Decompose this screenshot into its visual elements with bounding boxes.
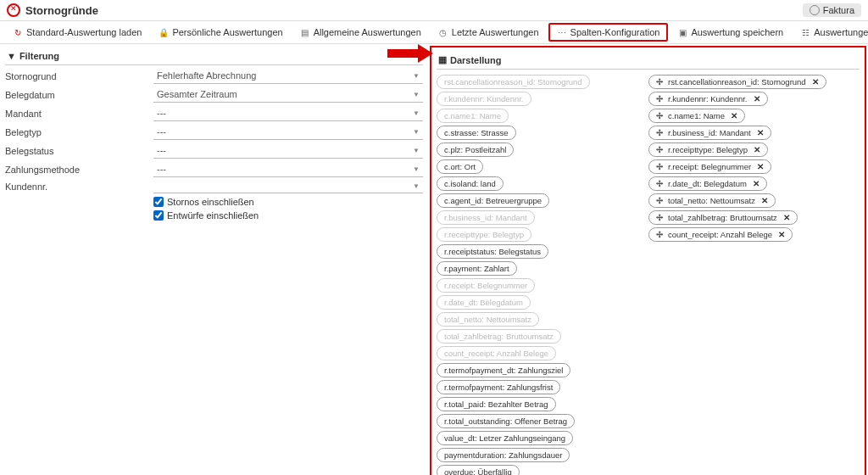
toolbar-icon: ▤ xyxy=(300,27,310,37)
available-chip: r.business_id: Mandant xyxy=(437,210,535,225)
toolbar-allgemeine-auswertungen[interactable]: ▤Allgemeine Auswertungen xyxy=(292,23,429,42)
filter-select-belegstatus[interactable]: ---▼ xyxy=(153,142,423,159)
filter-select-zahlungsmethode[interactable]: ---▼ xyxy=(153,161,423,177)
display-panel: ▦ Darstellung rst.cancellationreason_id:… xyxy=(430,46,866,475)
available-chip: r.receipt: Belegnummer xyxy=(437,278,535,293)
filter-label: Belegstatus xyxy=(5,146,153,156)
toolbar-icon: ☷ xyxy=(800,27,810,37)
selected-chip[interactable]: ✢total_netto: Nettoumsatz✕ xyxy=(648,193,776,208)
available-chip[interactable]: r.payment: Zahlart xyxy=(437,261,517,276)
available-columns: rst.cancellationreason_id: Stornogrundr.… xyxy=(437,75,623,475)
module-badge[interactable]: Faktura xyxy=(803,3,861,17)
filter-row-belegdatum: BelegdatumGesamter Zeitraum▼ xyxy=(5,87,423,103)
filter-title: ▼ Filterung xyxy=(5,48,423,65)
available-chip: r.receipttype: Belegtyp xyxy=(437,227,531,242)
drag-handle-icon[interactable]: ✢ xyxy=(656,213,663,222)
display-title: ▦ Darstellung xyxy=(437,51,860,70)
remove-icon[interactable]: ✕ xyxy=(757,128,764,137)
chevron-down-icon: ▼ xyxy=(413,91,420,98)
checkbox-input[interactable] xyxy=(153,197,164,207)
toolbar-spalten-konfiguration[interactable]: ⋯Spalten-Konfiguration xyxy=(548,23,669,42)
available-chip[interactable]: overdue: Überfällig xyxy=(437,465,520,475)
chevron-down-icon: ▼ xyxy=(413,128,420,136)
available-chip[interactable]: r.total_outstanding: Offener Betrag xyxy=(437,414,575,428)
remove-icon[interactable]: ✕ xyxy=(761,196,768,205)
filter-select-belegtyp[interactable]: ---▼ xyxy=(153,124,423,140)
filter-row-stornogrund: StornogrundFehlerhafte Abrechnung▼ xyxy=(5,68,423,84)
drag-handle-icon[interactable]: ✢ xyxy=(656,145,663,154)
remove-icon[interactable]: ✕ xyxy=(783,213,790,222)
checkbox-stornos-einschlie-en[interactable]: Stornos einschließen xyxy=(153,197,423,207)
selected-chip[interactable]: ✢total_zahlbetrag: Bruttoumsatz✕ xyxy=(648,210,798,225)
chevron-down-icon: ▼ xyxy=(413,147,420,154)
remove-icon[interactable]: ✕ xyxy=(778,230,785,239)
available-chip[interactable]: r.receiptstatus: Belegstatus xyxy=(437,244,548,259)
available-chip[interactable]: r.termofpayment_dt: Zahlungsziel xyxy=(437,363,570,377)
available-chip[interactable]: r.total_paid: Bezahlter Betrag xyxy=(437,397,556,411)
available-chip: r.kundennr: Kundennr. xyxy=(437,92,531,106)
available-chip[interactable]: c.agent_id: Betreuergruppe xyxy=(437,193,549,208)
available-chip[interactable]: paymentduration: Zahlungsdauer xyxy=(437,448,570,462)
selected-chip[interactable]: ✢r.business_id: Mandant✕ xyxy=(648,126,771,140)
available-chip: total_netto: Nettoumsatz xyxy=(437,312,539,327)
checkbox-entw-rfe-einschlie-en[interactable]: Entwürfe einschließen xyxy=(153,210,423,221)
chevron-down-icon: ▼ xyxy=(413,165,420,173)
available-chip[interactable]: c.strasse: Strasse xyxy=(437,126,516,140)
checkbox-input[interactable] xyxy=(153,210,164,221)
available-chip[interactable]: c.plz: Postleitzahl xyxy=(437,142,514,157)
filter-select-stornogrund[interactable]: Fehlerhafte Abrechnung▼ xyxy=(153,68,423,84)
highlight-arrow xyxy=(387,42,435,63)
selected-chip[interactable]: ✢r.receipt: Belegnummer✕ xyxy=(648,159,771,174)
drag-handle-icon[interactable]: ✢ xyxy=(656,162,663,171)
drag-handle-icon[interactable]: ✢ xyxy=(656,77,663,87)
filter-row-belegtyp: Belegtyp---▼ xyxy=(5,124,423,140)
selected-columns: ✢rst.cancellationreason_id: Stornogrund✕… xyxy=(648,75,860,475)
toolbar-letzte-auswertungen[interactable]: ◷Letzte Auswertungen xyxy=(431,23,547,42)
drag-handle-icon[interactable]: ✢ xyxy=(656,128,663,137)
app-icon xyxy=(7,3,20,17)
available-chip: count_receipt: Anzahl Belege xyxy=(437,346,556,360)
drag-handle-icon[interactable]: ✢ xyxy=(656,179,663,188)
filter-select-kundennr.[interactable]: ▼ xyxy=(153,180,423,193)
remove-icon[interactable]: ✕ xyxy=(757,162,764,171)
filter-label: Zahlungsmethode xyxy=(5,165,153,175)
columns-icon: ▦ xyxy=(438,54,447,65)
available-chip[interactable]: c.ort: Ort xyxy=(437,159,483,174)
drag-handle-icon[interactable]: ✢ xyxy=(656,230,663,239)
remove-icon[interactable]: ✕ xyxy=(753,179,760,188)
selected-chip[interactable]: ✢count_receipt: Anzahl Belege✕ xyxy=(648,227,793,242)
selected-chip[interactable]: ✢r.date_dt: Belegdatum✕ xyxy=(648,176,767,191)
selected-chip[interactable]: ✢rst.cancellationreason_id: Stornogrund✕ xyxy=(648,75,826,89)
page-title: Stornogründe xyxy=(25,4,98,17)
chevron-down-icon: ▼ xyxy=(413,182,420,190)
selected-chip[interactable]: ✢r.receipttype: Belegtyp✕ xyxy=(648,142,768,157)
remove-icon[interactable]: ✕ xyxy=(754,145,760,154)
toolbar-icon: 🔒 xyxy=(159,27,169,37)
remove-icon[interactable]: ✕ xyxy=(812,77,819,87)
toolbar-icon: ⋯ xyxy=(557,27,567,37)
chevron-down-icon: ▼ xyxy=(413,72,420,80)
available-chip[interactable]: value_dt: Letzer Zahlungseingang xyxy=(437,431,573,445)
toolbar-icon: ▣ xyxy=(677,27,687,37)
selected-chip[interactable]: ✢r.kundennr: Kundennr.✕ xyxy=(648,92,768,106)
available-chip[interactable]: c.isoland: land xyxy=(437,176,504,191)
drag-handle-icon[interactable]: ✢ xyxy=(656,94,663,103)
remove-icon[interactable]: ✕ xyxy=(731,111,737,120)
toolbar: ↻Standard-Auswertung laden🔒Persönliche A… xyxy=(0,21,868,44)
header: Stornogründe Faktura xyxy=(0,0,868,21)
toolbar-icon: ◷ xyxy=(438,27,448,37)
filter-label: Belegtyp xyxy=(5,127,153,137)
drag-handle-icon[interactable]: ✢ xyxy=(656,196,663,205)
filter-row-belegstatus: Belegstatus---▼ xyxy=(5,142,423,159)
toolbar-auswertungen-verwaltung[interactable]: ☷Auswertungen-Verwaltung xyxy=(793,23,868,42)
toolbar-auswertung-speichern[interactable]: ▣Auswertung speichern xyxy=(670,23,791,42)
toolbar-standard-auswertung-laden[interactable]: ↻Standard-Auswertung laden xyxy=(5,23,149,42)
filter-select-belegdatum[interactable]: Gesamter Zeitraum▼ xyxy=(153,87,423,103)
toolbar-pers-nliche-auswertungen[interactable]: 🔒Persönliche Auswertungen xyxy=(151,23,290,42)
drag-handle-icon[interactable]: ✢ xyxy=(656,111,663,120)
filter-select-mandant[interactable]: ---▼ xyxy=(153,105,423,121)
available-chip: c.name1: Name xyxy=(437,109,509,123)
remove-icon[interactable]: ✕ xyxy=(754,94,760,103)
available-chip[interactable]: r.termofpayment: Zahlungsfrist xyxy=(437,380,560,394)
selected-chip[interactable]: ✢c.name1: Name✕ xyxy=(648,109,745,123)
